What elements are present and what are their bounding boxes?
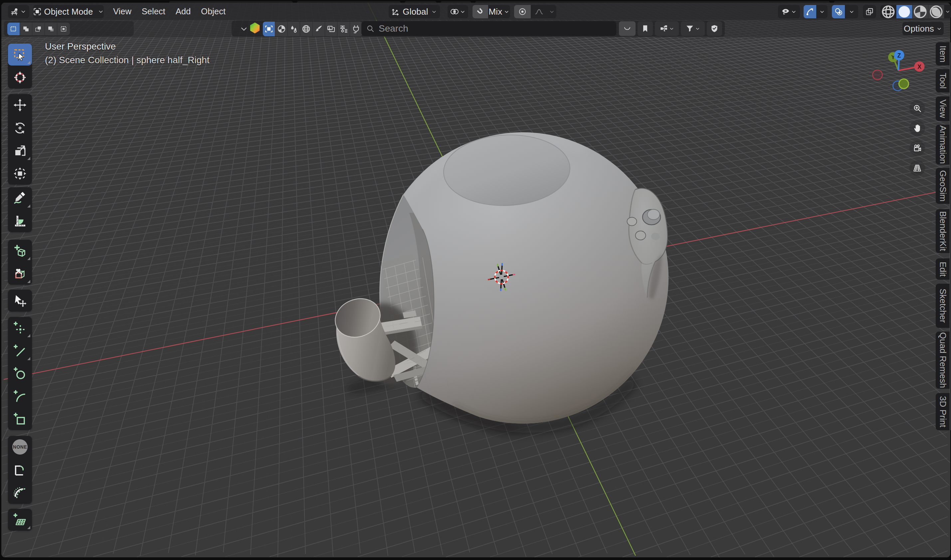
blenderkit-smile-button[interactable] [619,21,635,36]
camera-view-icon [912,143,922,153]
shading-rendered[interactable] [928,5,944,18]
sidebar-tab-edit[interactable]: Edit [936,258,949,280]
options-dropdown[interactable]: Options [902,22,944,35]
asset-type-material[interactable] [275,22,288,36]
blenderkit-search-field[interactable] [361,21,616,36]
transform-orientation-icon [391,7,400,16]
gizmos-toggle[interactable] [804,5,816,18]
xray-toggle-icon [865,7,874,16]
tool-select-box[interactable] [8,43,32,66]
select-mode-invert[interactable] [45,23,57,35]
xray-toggle[interactable] [863,5,876,18]
tool-scale[interactable] [8,140,32,162]
filter-dropdown[interactable] [681,21,705,36]
tool-trim[interactable] [8,482,32,503]
tool-add-cube[interactable] [8,240,32,262]
tool-cursor[interactable] [8,66,32,88]
tool-move[interactable] [8,94,32,116]
categories-dropdown[interactable] [655,21,679,36]
workspace-tabs-strip [0,0,951,3]
menu-object[interactable]: Object [201,7,226,16]
editor-type-button[interactable] [8,5,29,18]
sidebar-tab-sketcher[interactable]: Sketcher [936,284,949,328]
menu-select[interactable]: Select [142,7,165,16]
sidebar-tab-tool[interactable]: Tool [936,69,949,92]
snap-mode-dropdown[interactable]: Mix [488,5,510,18]
asset-type-printable[interactable] [338,22,350,36]
overlays-toggle[interactable] [832,5,845,18]
asset-type-brush-pack[interactable] [288,22,300,36]
select-mode-set[interactable] [7,23,20,35]
tool-carve-cube[interactable] [8,263,32,285]
gizmos-dropdown[interactable] [816,5,828,18]
asset-type-model[interactable] [263,22,275,36]
select-extend-icon [22,25,29,32]
navigation-gizmo[interactable]: Y Z X [867,39,930,102]
pan-view-button[interactable] [909,120,925,136]
asset-type-scene[interactable] [325,22,338,36]
menu-add[interactable]: Add [176,7,191,16]
bookmarks-button[interactable] [638,21,653,36]
sidebar-tabs-scrollbar[interactable] [949,42,951,430]
tool-add-workplane[interactable] [8,509,32,531]
proportional-falloff-chevron[interactable] [547,5,556,18]
sidebar-tab-3d-print[interactable]: 3D Print [936,393,949,430]
sidebar-tab-item[interactable]: Item [936,42,949,66]
overlays-dropdown[interactable] [845,5,858,18]
gizmo-axis-neg-x[interactable] [873,70,882,80]
toolbar-group-5 [8,317,32,430]
tool-add-line-2d[interactable] [8,340,32,362]
proportional-editing-toggle[interactable] [514,5,531,18]
tool-tweak[interactable] [8,290,32,312]
sidebar-tab-quad-remesh[interactable]: Quad Remesh [936,332,949,389]
tool-add-rectangle[interactable] [8,408,32,430]
shading-dropdown[interactable] [944,5,951,18]
asset-type-hdr[interactable] [300,22,313,36]
tool-add-workplane-icon [13,513,27,527]
tool-add-circle-2d[interactable] [8,363,32,385]
tool-annotate[interactable] [8,187,32,209]
mode-dropdown[interactable]: Object Mode [33,5,104,18]
select-mode-intersect[interactable] [57,23,70,35]
gizmo-axis-x[interactable]: X [914,62,925,72]
assetbar-collapse-button[interactable] [239,24,248,34]
sidebar-tab-animation[interactable]: Animation [936,125,949,165]
shading-solid[interactable] [896,5,912,18]
tool-none-tool[interactable]: NONE [8,436,32,458]
tool-add-arc-2d[interactable] [8,385,32,408]
toolbar-group-7 [8,509,32,531]
proportional-falloff-dropdown[interactable] [531,5,547,18]
select-mode-extend[interactable] [20,23,32,35]
gizmo-axis-z[interactable]: Z [894,50,905,60]
transform-orientation-dropdown[interactable]: Global [388,5,440,18]
snap-toggle[interactable] [473,5,488,18]
camera-view-button[interactable] [909,140,925,156]
nsfw-shield-button[interactable] [707,21,722,36]
sidebar-tab-view[interactable]: View [936,97,949,121]
shading-wireframe[interactable] [880,5,896,18]
pivot-point-dropdown[interactable] [447,5,468,18]
shading-material-preview[interactable] [912,5,928,18]
active-object-text: (2) Scene Collection | sphere half_Right [45,55,209,66]
gizmo-axis-neg-y[interactable] [899,79,909,89]
tool-rotate[interactable] [8,117,32,139]
tool-transform[interactable] [8,163,32,185]
zoom-view-button[interactable] [909,100,925,116]
blenderkit-logo[interactable] [248,22,261,35]
tool-measure[interactable] [8,210,32,232]
search-input[interactable] [379,23,612,34]
asset-type-brush[interactable] [313,22,325,36]
chevron-down-icon [695,26,700,32]
scene-3d-canvas[interactable] [2,3,950,557]
toggle-grid-view-button[interactable] [909,160,925,176]
menu-view[interactable]: View [113,7,131,16]
tool-add-point-2d[interactable] [8,317,32,339]
visibility-dropdown[interactable] [778,5,800,18]
shading-rendered-icon [928,5,944,18]
tool-fillet[interactable] [8,459,32,481]
select-mode-subtract[interactable] [32,23,45,35]
sidebar-tab-blenderkit[interactable]: BlenderKit [936,209,949,253]
asset-type-add-on[interactable] [350,22,362,36]
tool-add-line-icon [13,344,27,358]
sidebar-tab-geosim[interactable]: GeoSim [936,168,949,204]
